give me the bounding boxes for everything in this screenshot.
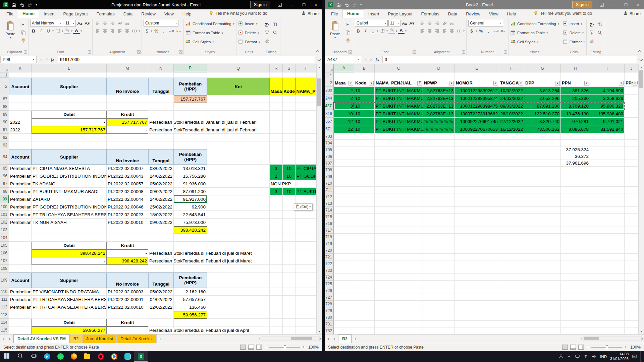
cell-D1567[interactable]: ############## [423, 118, 455, 125]
font-name-select[interactable]: Arial Narrow▾ [30, 20, 63, 26]
cell-B1711[interactable] [354, 187, 375, 193]
cell-P100[interactable]: 92.900 [174, 203, 207, 211]
whatsapp-button[interactable] [54, 351, 67, 362]
cell-R114[interactable] [270, 319, 283, 326]
delete-cells-button[interactable]: Delete▾ [563, 29, 585, 37]
column-header-C[interactable]: C [375, 64, 423, 72]
decrease-indent-button[interactable] [116, 27, 123, 34]
cell-F1705[interactable] [499, 146, 524, 153]
cell-S102[interactable] [283, 219, 296, 226]
cell-E1724[interactable] [455, 274, 499, 281]
collapse-ribbon-button[interactable] [637, 49, 642, 53]
cell-S91[interactable] [283, 126, 296, 134]
cell-G244[interactable]: 2.053.296 [524, 95, 561, 102]
cell-M99[interactable]: PI.2022.02.00044 [107, 195, 148, 203]
cell-R94[interactable] [270, 149, 283, 165]
cell-A1712[interactable] [334, 193, 354, 200]
clipboard-dialog-launcher[interactable]: ↘ [348, 50, 352, 54]
insert-function-icon[interactable]: fx [376, 57, 379, 62]
cell-B1705[interactable] [354, 146, 375, 153]
redo-button[interactable] [352, 2, 357, 7]
cell-N93[interactable] [148, 141, 174, 149]
cell-N89[interactable] [148, 111, 174, 118]
cell-N96[interactable]: 24/02/2022 [148, 172, 174, 180]
cell-L115[interactable]: 59.956.277 [32, 326, 107, 334]
cell-I1710[interactable] [590, 180, 625, 187]
cell-N104[interactable] [148, 234, 174, 242]
page-break-view-button[interactable] [256, 345, 262, 350]
cell-R104[interactable] [270, 234, 283, 242]
cell-G1728[interactable] [524, 301, 561, 307]
cell-M101[interactable]: PI.2022.02.00023 [107, 211, 148, 219]
row-header-1729[interactable]: 1729 [325, 307, 334, 314]
cell-J1713[interactable] [625, 200, 638, 207]
share-button[interactable]: Share [301, 11, 319, 18]
cell-L93[interactable] [32, 141, 107, 149]
collapse-ribbon-button[interactable] [315, 49, 320, 53]
row-header-200[interactable]: 200 [325, 87, 334, 95]
cell-D1715[interactable] [423, 214, 455, 220]
cell-E1712[interactable] [455, 193, 499, 200]
cell-N100[interactable]: 25/02/2022 [148, 203, 174, 211]
cell-S103[interactable] [283, 226, 296, 234]
cell-N95[interactable]: 08/02/2022 [148, 165, 174, 172]
cell-A1718[interactable] [334, 234, 354, 240]
cell-M110[interactable]: PI.2022.02.00003 [107, 288, 148, 296]
cell-M105[interactable]: Kredit [107, 242, 148, 249]
filter-button-I[interactable]: ▾ [619, 81, 624, 85]
qat-customize-button[interactable]: ▾ [360, 3, 362, 6]
cell-B1720[interactable] [354, 247, 375, 254]
cell-D1709[interactable] [423, 173, 455, 180]
align-left-button[interactable] [419, 27, 426, 34]
cell-R105[interactable] [270, 242, 283, 249]
cell-S112[interactable] [283, 303, 296, 311]
cell-A1721[interactable] [334, 254, 354, 260]
underline-button[interactable]: U [45, 27, 52, 34]
cell-K99[interactable]: Pembelian [9, 195, 32, 203]
zoom-in-button[interactable]: + [624, 345, 627, 350]
language-indicator[interactable]: IND [600, 355, 607, 359]
cell-C1705[interactable] [375, 146, 423, 153]
cell-H1719[interactable] [561, 240, 590, 247]
row-header-1571[interactable]: 1571 [325, 125, 334, 133]
cell-J200[interactable] [625, 87, 638, 95]
cell-H1728[interactable] [561, 301, 590, 307]
cell-D1719[interactable] [423, 240, 455, 247]
cell-E1[interactable] [455, 72, 499, 79]
orientation-button[interactable]: ab [117, 20, 122, 26]
cell-R92[interactable] [270, 134, 283, 141]
task-view-button[interactable] [27, 351, 40, 362]
cell-K102[interactable]: Pembelian [9, 219, 32, 226]
cell-A1714[interactable] [334, 207, 354, 214]
cell-J1316[interactable] [625, 110, 638, 118]
cell-L94[interactable]: Supplier [32, 149, 107, 165]
cell-M113[interactable] [107, 311, 148, 319]
sort-filter-button[interactable] [596, 21, 603, 28]
cell-C1[interactable] [375, 72, 423, 79]
cell-B437[interactable]: 10 [354, 102, 375, 110]
cell-C1706[interactable] [375, 153, 423, 160]
cell-D244[interactable]: 2,82763E+13 [423, 95, 455, 102]
cell-I1727[interactable] [590, 294, 625, 301]
cell-E1720[interactable] [455, 247, 499, 254]
cell-L92[interactable] [32, 134, 107, 141]
cell-N113[interactable] [148, 311, 174, 319]
cell-G1708[interactable] [524, 167, 561, 173]
cell-A1708[interactable] [334, 167, 354, 173]
clear-button[interactable] [264, 37, 270, 44]
cell-S93[interactable] [283, 141, 296, 149]
cell-P88[interactable] [174, 103, 207, 111]
row-header-1709[interactable]: 1709 [325, 173, 334, 180]
cell-Q2[interactable]: Ket [207, 78, 270, 95]
cell-L97[interactable]: TK ADANG [32, 180, 107, 188]
cell-S113[interactable] [283, 311, 296, 319]
cell-S110[interactable] [283, 288, 296, 296]
cell-I1720[interactable] [590, 247, 625, 254]
cell-G1716[interactable] [524, 220, 561, 227]
cell-Q102[interactable] [207, 219, 270, 226]
increase-font-size-button[interactable]: A▴ [401, 20, 408, 26]
cell-T105[interactable] [296, 242, 316, 249]
cell-H1712[interactable] [561, 193, 590, 200]
cell-D1707[interactable] [423, 160, 455, 167]
ribbon-tab-data[interactable]: Data [119, 10, 137, 18]
